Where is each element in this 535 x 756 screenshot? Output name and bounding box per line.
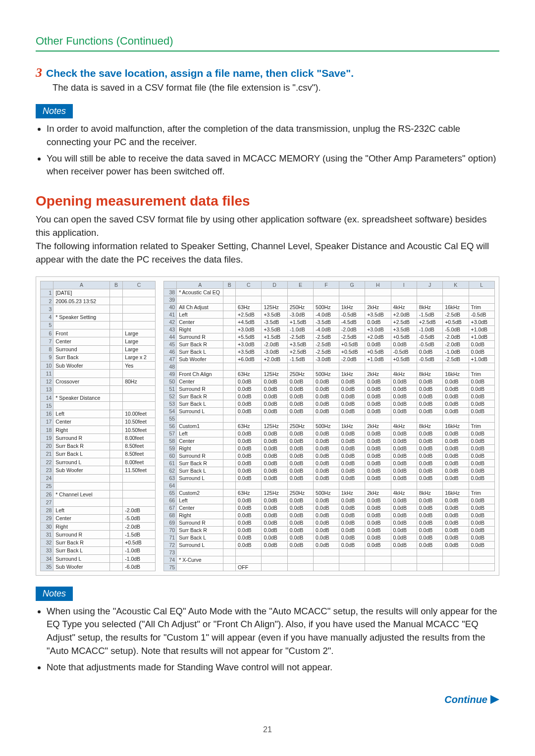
note-item: Note that adjustments made for Standing … (47, 661, 499, 674)
main-heading: Opening measurement data files (36, 193, 499, 209)
arrow-right-icon (490, 695, 499, 704)
step-subtitle: The data is saved in a CSV format file (… (53, 82, 499, 93)
notes-badge: Notes (36, 104, 73, 118)
svg-marker-0 (490, 695, 499, 704)
note-item: You will still be able to receive the da… (47, 152, 499, 179)
intro-text: You can open the saved CSV format file b… (36, 213, 499, 240)
spreadsheet-screenshot: ABC1[DATE]22006.05.23 13:5234* Speaker S… (36, 276, 499, 576)
continue-link[interactable]: Continue (36, 694, 499, 705)
page-number: 21 (36, 725, 499, 734)
right-spreadsheet: ABCDEFGHIJKL38* Acoustic Cal EQ3940All C… (163, 281, 495, 571)
note-item: When using the "Acoustic Cal EQ" Auto Mo… (47, 605, 499, 658)
note-item: In order to avoid malfunction, after the… (47, 122, 499, 149)
step-number: 3 (36, 65, 42, 80)
continue-label: Continue (444, 694, 487, 705)
notes-list-2: When using the "Acoustic Cal EQ" Auto Mo… (36, 605, 499, 674)
step-title: Check the save location, assign a file n… (46, 67, 354, 79)
section-header: Other Functions (Continued) (36, 35, 499, 52)
left-spreadsheet: ABC1[DATE]22006.05.23 13:5234* Speaker S… (40, 281, 156, 571)
notes-list-1: In order to avoid malfunction, after the… (36, 122, 499, 178)
notes-badge: Notes (36, 587, 73, 601)
intro-text: The following information related to Spe… (36, 240, 499, 267)
